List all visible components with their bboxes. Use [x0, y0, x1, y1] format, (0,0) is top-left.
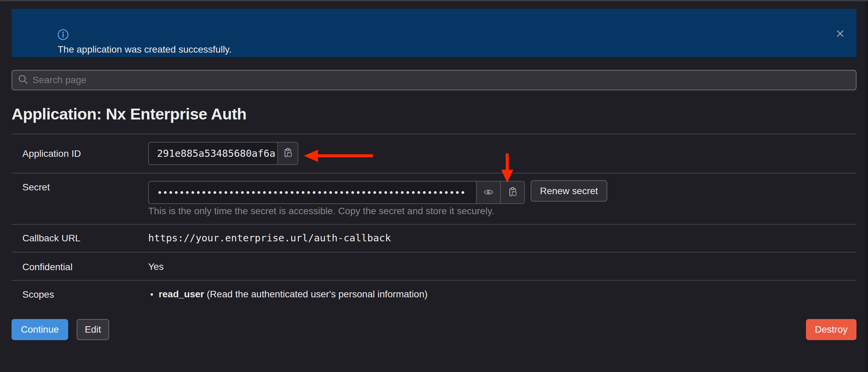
application-id-field[interactable] — [149, 143, 277, 164]
search-icon — [18, 74, 28, 86]
copy-secret-button[interactable] — [500, 182, 524, 203]
window-top-edge — [0, 0, 868, 1]
application-id-group — [148, 142, 298, 165]
edit-button[interactable]: Edit — [77, 319, 109, 340]
callback-url-value: https://your.enterprise.url/auth-callbac… — [148, 232, 391, 244]
flash-notice-banner: The application was created successfully… — [12, 9, 856, 57]
continue-button[interactable]: Continue — [12, 319, 68, 340]
renew-secret-button[interactable]: Renew secret — [531, 180, 607, 202]
confidential-value: Yes — [148, 261, 164, 272]
row-divider — [12, 280, 856, 281]
info-icon — [57, 29, 69, 41]
scope-bullet: • — [150, 289, 153, 300]
eye-icon — [483, 186, 494, 199]
secret-helper-text: This is the only time the secret is acce… — [148, 206, 494, 217]
secret-group — [148, 181, 525, 204]
close-icon — [834, 35, 846, 40]
annotation-arrow-down — [500, 151, 515, 184]
search-input[interactable] — [33, 75, 850, 86]
page-title: Application: Nx Enterprise Auth — [12, 105, 246, 123]
field-label-confidential: Confidential — [22, 262, 73, 273]
field-label-application-id: Application ID — [22, 148, 81, 159]
copy-icon — [282, 147, 294, 160]
copy-application-id-button[interactable] — [277, 143, 298, 164]
field-label-scopes: Scopes — [22, 289, 54, 300]
window-right-edge — [865, 1, 868, 372]
field-label-secret: Secret — [22, 182, 50, 193]
scope-description: (Read the authenticated user's personal … — [207, 289, 428, 299]
reveal-secret-button[interactable] — [476, 182, 500, 203]
scope-name: read_user — [159, 289, 204, 299]
annotation-arrow-left — [301, 148, 376, 163]
secret-field[interactable] — [149, 182, 476, 203]
field-label-callback-url: Callback URL — [22, 233, 80, 244]
page-search-bar — [12, 70, 856, 90]
row-divider — [12, 134, 856, 134]
banner-message: The application was created successfully… — [58, 44, 232, 55]
destroy-button[interactable]: Destroy — [806, 319, 856, 340]
banner-close-button[interactable] — [833, 26, 848, 41]
scope-list-item: •read_user (Read the authenticated user'… — [150, 289, 428, 300]
row-divider — [12, 252, 856, 253]
row-divider — [12, 224, 856, 225]
row-divider — [12, 173, 856, 173]
copy-icon — [507, 186, 518, 199]
